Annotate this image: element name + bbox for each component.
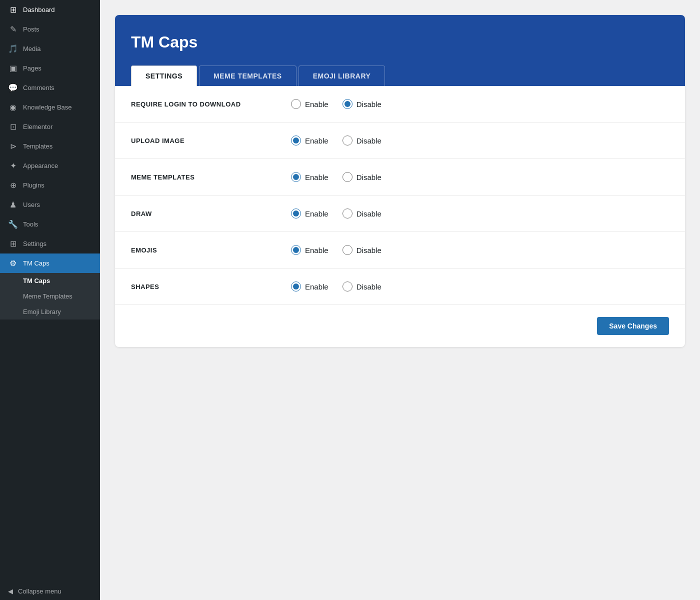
radio-input-require-login-enable[interactable] [291,99,301,109]
tools-icon: 🔧 [8,220,18,229]
radio-input-require-login-disable[interactable] [342,99,352,109]
radio-input-upload-image-disable[interactable] [342,136,352,146]
radio-label-draw-disable: Disable [356,210,382,218]
radio-label-emojis-disable: Disable [356,246,382,254]
collapse-icon: ◀ [8,588,13,595]
radio-option-draw-enable[interactable]: Enable [291,208,328,218]
settings-icon: ⊞ [8,239,18,248]
main-content: TM Caps SETTINGS MEME TEMPLATES EMOJI LI… [100,0,700,600]
sidebar-item-media[interactable]: 🎵 Media [0,39,100,58]
tab-settings[interactable]: SETTINGS [131,66,197,86]
comments-icon: 💬 [8,83,18,92]
sidebar-item-settings[interactable]: ⊞ Settings [0,234,100,254]
radio-input-emojis-enable[interactable] [291,245,301,255]
sidebar-item-plugins[interactable]: ⊕ Plugins [0,176,100,195]
radio-label-shapes-enable: Enable [305,282,328,291]
radio-label-emojis-enable: Enable [305,246,328,254]
sidebar-submenu: TM Caps Meme Templates Emoji Library [0,273,100,320]
radio-input-draw-enable[interactable] [291,208,301,218]
radio-group-draw: EnableDisable [291,208,382,218]
users-icon: ♟ [8,200,18,210]
elementor-icon: ⊡ [8,122,18,132]
settings-row-emojis: EMOJISEnableDisable [115,232,685,268]
settings-row-meme-templates: MEME TEMPLATESEnableDisable [115,159,685,196]
media-icon: 🎵 [8,44,18,54]
radio-label-upload-image-enable: Enable [305,136,328,145]
settings-label-require-login: REQUIRE LOGIN TO DOWNLOAD [131,100,291,108]
sidebar-sub-item-tm-caps[interactable]: TM Caps [0,273,100,288]
appearance-icon: ✦ [8,161,18,170]
sidebar-item-dashboard[interactable]: ⊞ Dashboard [0,0,100,20]
sidebar-item-tools[interactable]: 🔧 Tools [0,214,100,234]
radio-option-upload-image-disable[interactable]: Disable [342,136,382,146]
radio-option-shapes-disable[interactable]: Disable [342,282,382,292]
radio-option-draw-disable[interactable]: Disable [342,208,382,218]
sidebar: ⊞ Dashboard ✎ Posts 🎵 Media ▣ Pages 💬 Co… [0,0,100,600]
radio-input-meme-templates-enable[interactable] [291,172,301,182]
collapse-menu[interactable]: ◀ Collapse menu [0,582,100,600]
tab-emoji-library[interactable]: EMOJI LIBRARY [298,66,386,86]
radio-group-emojis: EnableDisable [291,245,382,255]
radio-label-require-login-disable: Disable [356,100,382,108]
radio-label-upload-image-disable: Disable [356,136,382,145]
sidebar-sub-item-meme-templates[interactable]: Meme Templates [0,288,100,304]
radio-input-emojis-disable[interactable] [342,245,352,255]
radio-option-upload-image-enable[interactable]: Enable [291,136,328,146]
radio-option-require-login-disable[interactable]: Disable [342,99,382,109]
sidebar-item-templates[interactable]: ⊳ Templates [0,136,100,156]
save-changes-button[interactable]: Save Changes [597,317,669,335]
radio-option-meme-templates-enable[interactable]: Enable [291,172,328,182]
plugin-body: REQUIRE LOGIN TO DOWNLOADEnableDisableUP… [115,86,685,347]
radio-option-require-login-enable[interactable]: Enable [291,99,328,109]
plugin-card: TM Caps SETTINGS MEME TEMPLATES EMOJI LI… [115,15,685,347]
tab-meme-templates[interactable]: MEME TEMPLATES [199,66,296,86]
settings-row-upload-image: UPLOAD IMAGEEnableDisable [115,122,685,159]
radio-input-draw-disable[interactable] [342,208,352,218]
tm-caps-icon: ⚙ [8,258,18,268]
radio-input-upload-image-enable[interactable] [291,136,301,146]
sidebar-item-users[interactable]: ♟ Users [0,195,100,214]
pages-icon: ▣ [8,64,18,73]
sidebar-item-comments[interactable]: 💬 Comments [0,78,100,98]
radio-input-meme-templates-disable[interactable] [342,172,352,182]
sidebar-item-appearance[interactable]: ✦ Appearance [0,156,100,176]
radio-group-shapes: EnableDisable [291,282,382,292]
dashboard-icon: ⊞ [8,5,18,14]
radio-input-shapes-disable[interactable] [342,282,352,292]
plugin-header: TM Caps SETTINGS MEME TEMPLATES EMOJI LI… [115,15,685,86]
sidebar-item-elementor[interactable]: ⊡ Elementor [0,117,100,136]
radio-label-meme-templates-enable: Enable [305,173,328,182]
radio-label-shapes-disable: Disable [356,282,382,291]
settings-label-meme-templates: MEME TEMPLATES [131,174,291,181]
radio-option-shapes-enable[interactable]: Enable [291,282,328,292]
radio-option-meme-templates-disable[interactable]: Disable [342,172,382,182]
settings-row-draw: DRAWEnableDisable [115,196,685,232]
sidebar-item-tm-caps[interactable]: ⚙ TM Caps [0,254,100,273]
sidebar-item-pages[interactable]: ▣ Pages [0,58,100,78]
settings-label-emojis: EMOJIS [131,246,291,254]
sidebar-item-posts[interactable]: ✎ Posts [0,20,100,39]
radio-label-draw-enable: Enable [305,210,328,218]
settings-row-shapes: SHAPESEnableDisable [115,268,685,304]
knowledge-base-icon: ◉ [8,102,18,112]
sidebar-item-knowledge-base[interactable]: ◉ Knowledge Base [0,98,100,117]
posts-icon: ✎ [8,24,18,34]
settings-label-shapes: SHAPES [131,283,291,290]
settings-row-require-login: REQUIRE LOGIN TO DOWNLOADEnableDisable [115,86,685,122]
radio-group-meme-templates: EnableDisable [291,172,382,182]
settings-label-upload-image: UPLOAD IMAGE [131,137,291,144]
radio-group-require-login: EnableDisable [291,99,382,109]
plugin-title: TM Caps [131,33,669,52]
tabs-container: SETTINGS MEME TEMPLATES EMOJI LIBRARY [131,66,669,86]
sidebar-sub-item-emoji-library[interactable]: Emoji Library [0,304,100,320]
radio-label-meme-templates-disable: Disable [356,173,382,182]
templates-icon: ⊳ [8,142,18,151]
plugins-icon: ⊕ [8,180,18,190]
radio-label-require-login-enable: Enable [305,100,328,108]
footer-row: Save Changes [115,304,685,347]
radio-option-emojis-enable[interactable]: Enable [291,245,328,255]
radio-group-upload-image: EnableDisable [291,136,382,146]
radio-input-shapes-enable[interactable] [291,282,301,292]
settings-label-draw: DRAW [131,210,291,218]
radio-option-emojis-disable[interactable]: Disable [342,245,382,255]
